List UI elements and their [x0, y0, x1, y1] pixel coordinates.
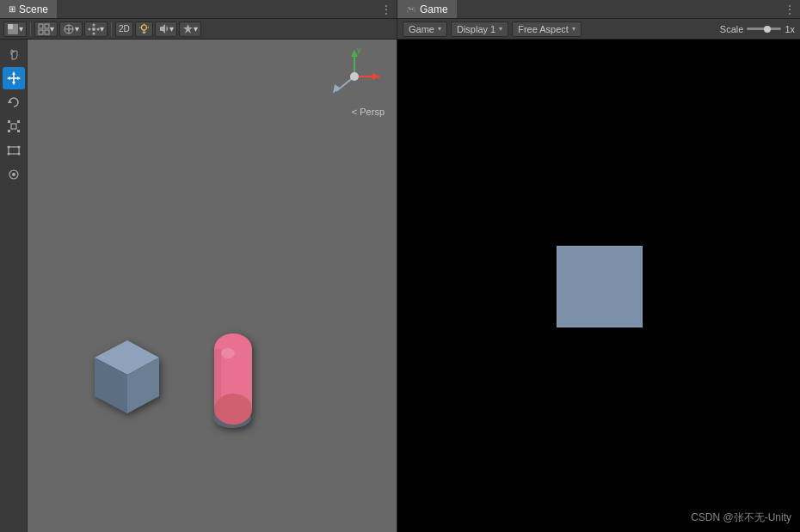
svg-point-36	[7, 146, 9, 149]
scale-thumb	[764, 26, 771, 33]
svg-rect-2	[39, 24, 43, 28]
shaded-btn[interactable]: ▾	[3, 21, 27, 37]
svg-rect-5	[45, 30, 49, 34]
scene-tab-label: Scene	[19, 3, 48, 15]
svg-point-11	[93, 32, 95, 34]
hand-tool[interactable]	[3, 43, 25, 65]
svg-point-39	[17, 153, 20, 156]
svg-rect-58	[214, 349, 221, 409]
game-toolbar: Game ▾ Display 1 ▾ Free Aspect ▾ Scale 1…	[397, 19, 800, 40]
svg-rect-34	[17, 130, 20, 132]
aspect-label: Free Aspect	[518, 24, 569, 34]
svg-marker-27	[7, 76, 10, 80]
capsule-object	[202, 323, 275, 437]
cube-object	[77, 332, 176, 420]
svg-rect-35	[9, 147, 19, 154]
display-arrow: ▾	[499, 25, 502, 33]
gizmo-widget[interactable]: y x	[324, 46, 385, 107]
svg-point-41	[12, 173, 15, 176]
sep-1	[30, 22, 31, 36]
svg-rect-19	[142, 32, 145, 34]
game-tab-label: Game	[420, 3, 448, 15]
svg-point-9	[92, 28, 95, 31]
svg-point-38	[7, 153, 9, 156]
svg-rect-31	[8, 120, 10, 123]
scene-panel: ▾ ▾ ▾ ▾ 2D ▾	[0, 19, 397, 532]
display-label: Display 1	[457, 24, 495, 34]
scene-tab-icon: ⊞	[9, 4, 15, 14]
svg-point-59	[221, 348, 235, 358]
sep-2	[111, 22, 112, 36]
custom-tool[interactable]	[3, 163, 25, 186]
aspect-dropdown[interactable]: Free Aspect ▾	[512, 21, 582, 37]
move-tool[interactable]	[3, 67, 25, 89]
svg-point-14	[141, 25, 146, 30]
display-dropdown[interactable]: Display 1 ▾	[451, 21, 508, 37]
svg-rect-33	[8, 130, 10, 132]
grid-btn[interactable]: ▾	[34, 21, 58, 37]
2d-label: 2D	[119, 24, 130, 34]
svg-rect-20	[143, 33, 145, 34]
svg-marker-21	[160, 24, 165, 34]
game-tab-icon: 🎮	[406, 4, 416, 14]
svg-text:x: x	[377, 72, 381, 81]
svg-rect-32	[17, 120, 20, 123]
svg-point-50	[350, 72, 359, 81]
rect-tool[interactable]	[3, 139, 25, 162]
svg-point-37	[17, 146, 20, 149]
game-panel: Game ▾ Display 1 ▾ Free Aspect ▾ Scale 1…	[397, 19, 800, 532]
svg-marker-28	[17, 76, 21, 80]
scale-value: 1x	[785, 24, 795, 34]
svg-rect-4	[39, 30, 43, 34]
scene-tab-bar: ⊞ Scene ⋮	[0, 0, 397, 19]
svg-marker-25	[12, 71, 15, 75]
top-tab-container: ⊞ Scene ⋮ 🎮 Game ⋮	[0, 0, 800, 19]
light-btn[interactable]	[135, 21, 153, 37]
snap-btn[interactable]: ▾	[84, 21, 108, 37]
game-tab-more[interactable]: ⋮	[779, 3, 800, 15]
persp-label: < Persp	[352, 107, 385, 117]
svg-rect-3	[45, 24, 49, 28]
tool-sidebar	[0, 40, 28, 532]
svg-text:y: y	[357, 46, 361, 54]
game-viewport: CSDN @张不无-Unity	[397, 40, 800, 532]
svg-rect-1	[8, 24, 13, 29]
tab-game[interactable]: 🎮 Game	[397, 0, 457, 18]
gizmo-btn[interactable]: ▾	[59, 21, 83, 37]
game-dropdown[interactable]: Game ▾	[403, 21, 447, 37]
audio-btn[interactable]: ▾	[155, 21, 177, 37]
scale-tool[interactable]	[3, 115, 25, 138]
2d-btn[interactable]: 2D	[115, 21, 133, 37]
scale-control: Scale 1x	[720, 24, 795, 34]
scene-viewport: y x < Persp	[0, 40, 397, 532]
game-rect-object	[557, 246, 643, 327]
scene-tab-more[interactable]: ⋮	[376, 3, 397, 15]
watermark: CSDN @张不无-Unity	[691, 511, 791, 525]
scene-toolbar: ▾ ▾ ▾ ▾ 2D ▾	[0, 19, 397, 40]
game-dropdown-arrow: ▾	[438, 25, 441, 33]
rotate-tool[interactable]	[3, 91, 25, 113]
svg-point-10	[93, 23, 95, 26]
tab-scene[interactable]: ⊞ Scene	[0, 0, 57, 18]
game-label: Game	[409, 24, 434, 34]
main-layout: ▾ ▾ ▾ ▾ 2D ▾	[0, 19, 800, 532]
svg-rect-30	[11, 124, 16, 129]
game-tab-bar: 🎮 Game ⋮	[397, 0, 800, 19]
svg-marker-22	[183, 24, 193, 34]
scale-slider[interactable]	[747, 28, 781, 30]
svg-marker-26	[12, 82, 15, 85]
vfx-btn[interactable]: ▾	[179, 21, 201, 37]
svg-point-13	[97, 28, 100, 30]
svg-point-12	[89, 28, 91, 30]
scale-label: Scale	[720, 24, 744, 34]
aspect-arrow: ▾	[572, 25, 575, 33]
